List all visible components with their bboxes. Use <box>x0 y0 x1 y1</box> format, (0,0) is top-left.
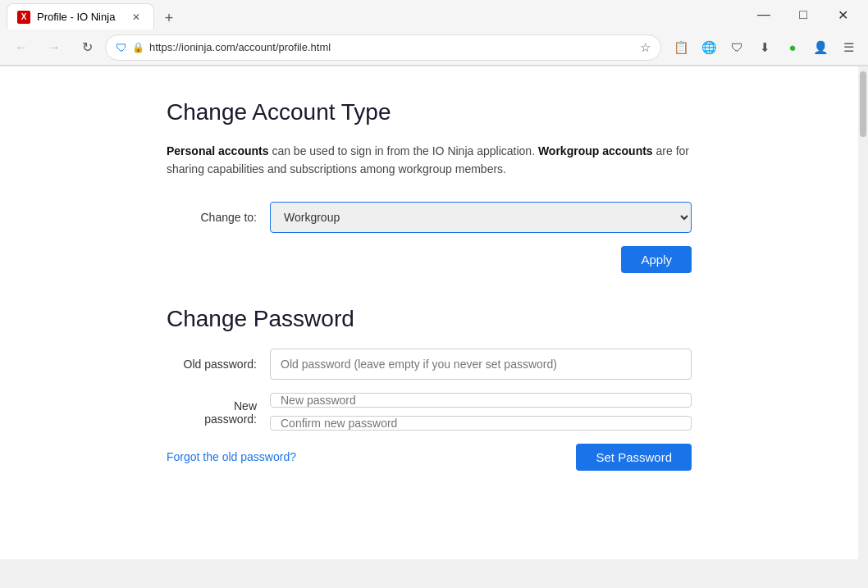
title-bar: X Profile - IO Ninja ✕ + — □ ✕ <box>0 0 868 30</box>
profile-icon[interactable]: 👤 <box>807 34 834 61</box>
back-button[interactable]: ← <box>7 33 36 62</box>
page-content: Change Account Type Personal accounts ca… <box>0 66 858 559</box>
description-mid: can be used to sign in from the IO Ninja… <box>269 144 538 157</box>
apply-button[interactable]: Apply <box>621 246 692 273</box>
url-input[interactable] <box>149 41 635 53</box>
toolbar-icons: 📋 🌐 🛡 ⬇ ● 👤 ☰ <box>668 34 861 61</box>
page-wrapper: Change Account Type Personal accounts ca… <box>0 66 868 559</box>
translate-icon[interactable]: 🌐 <box>696 34 722 61</box>
old-password-row: Old password: <box>167 349 692 380</box>
change-to-label: Change to: <box>167 211 257 224</box>
tab-title: Profile - IO Ninja <box>37 11 122 23</box>
close-button[interactable]: ✕ <box>824 2 861 28</box>
change-account-type-section: Change Account Type Personal accounts ca… <box>134 99 724 273</box>
maximize-button[interactable]: □ <box>784 2 822 28</box>
nav-bar: ← → ↻ 🛡 🔒 ☆ 📋 🌐 🛡 ⬇ ● 👤 ☰ <box>0 30 868 66</box>
tab-bar: X Profile - IO Ninja ✕ + <box>7 0 742 30</box>
old-password-input[interactable] <box>270 349 692 380</box>
shield-icon: 🛡 <box>116 41 127 54</box>
new-password-label: Newpassword: <box>167 393 257 426</box>
scrollbar-track[interactable] <box>858 66 868 559</box>
minimize-button[interactable]: — <box>745 2 783 28</box>
refresh-button[interactable]: ↻ <box>72 33 102 62</box>
apply-actions: Apply <box>167 246 692 273</box>
account-type-description: Personal accounts can be used to sign in… <box>167 142 692 179</box>
new-password-row: Newpassword: <box>167 393 692 431</box>
download-icon[interactable]: ⬇ <box>752 34 778 61</box>
change-password-title: Change Password <box>167 306 692 332</box>
forward-button[interactable]: → <box>39 33 69 62</box>
reader-view-icon[interactable]: 📋 <box>668 34 694 61</box>
change-to-row: Change to: Personal Workgroup <box>167 202 692 233</box>
sync-icon[interactable]: ● <box>779 34 806 61</box>
active-tab[interactable]: X Profile - IO Ninja ✕ <box>7 3 154 30</box>
address-bar[interactable]: 🛡 🔒 ☆ <box>105 34 661 61</box>
scrollbar-thumb[interactable] <box>860 71 866 137</box>
tab-favicon: X <box>17 11 30 24</box>
tab-close-btn[interactable]: ✕ <box>129 10 144 25</box>
set-password-button[interactable]: Set Password <box>576 444 692 471</box>
title-bar-controls: — □ ✕ <box>745 2 861 28</box>
menu-icon[interactable]: ☰ <box>835 34 861 61</box>
new-tab-button[interactable]: + <box>158 7 180 30</box>
account-type-select[interactable]: Personal Workgroup <box>270 202 692 233</box>
personal-accounts-bold: Personal accounts <box>167 144 269 157</box>
workgroup-accounts-bold: Workgroup accounts <box>538 144 653 157</box>
old-password-label: Old password: <box>167 358 257 371</box>
bookmark-icon[interactable]: ☆ <box>640 40 651 55</box>
pocket-icon[interactable]: 🛡 <box>724 34 750 61</box>
confirm-password-input[interactable] <box>270 416 692 431</box>
forgot-password-link[interactable]: Forgot the old password? <box>167 450 296 463</box>
change-password-section: Change Password Old password: Newpasswor… <box>134 306 724 471</box>
new-password-input[interactable] <box>270 393 692 408</box>
lock-icon: 🔒 <box>132 42 144 53</box>
password-actions-row: Forgot the old password? Set Password <box>167 444 692 471</box>
change-account-type-title: Change Account Type <box>167 99 692 125</box>
